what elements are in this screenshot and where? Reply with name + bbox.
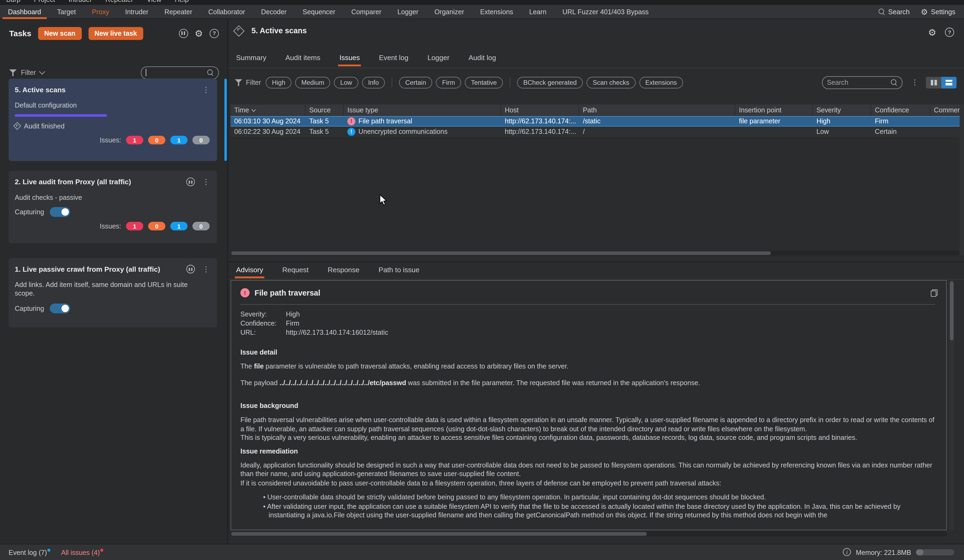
- filter-extensions[interactable]: Extensions: [639, 76, 683, 88]
- col-issue-type[interactable]: Issue type: [344, 104, 501, 116]
- capturing-toggle[interactable]: [50, 304, 70, 313]
- tasks-filter-label[interactable]: Filter: [21, 69, 36, 76]
- high-issues-badge[interactable]: 1: [126, 136, 143, 144]
- pause-task-button[interactable]: [186, 177, 195, 186]
- tab-extensions[interactable]: Extensions: [472, 5, 521, 19]
- cell-host: http://62.173.140.174:...: [501, 127, 579, 137]
- menu-project[interactable]: Project: [34, 0, 55, 3]
- pause-task-button[interactable]: [186, 265, 195, 273]
- tasks-help-button[interactable]: ?: [210, 29, 219, 38]
- settings-button[interactable]: ⚙ Settings: [921, 8, 956, 16]
- tab-dashboard[interactable]: Dashboard: [0, 5, 49, 19]
- task-card-live-audit[interactable]: 2. Live audit from Proxy (all traffic) ⋮…: [8, 171, 217, 243]
- issue-row-unencrypted-communications[interactable]: 06:02:22 30 Aug 2024 Task 5 !Unencrypted…: [231, 127, 960, 137]
- col-severity[interactable]: Severity: [813, 104, 871, 116]
- low-issues-badge[interactable]: 1: [170, 136, 187, 144]
- filter-low[interactable]: Low: [334, 76, 358, 88]
- col-insertion-point[interactable]: Insertion point: [735, 104, 813, 116]
- cell-time: 06:02:22 30 Aug 2024: [231, 127, 305, 137]
- tasks-settings-icon[interactable]: ⚙: [195, 29, 203, 38]
- info-issues-badge[interactable]: 0: [192, 136, 210, 144]
- pause-all-tasks-button[interactable]: [179, 29, 188, 38]
- kebab-menu-icon[interactable]: ⋮: [202, 178, 210, 185]
- tab-path-to-issue[interactable]: Path to issue: [377, 266, 420, 278]
- tab-issues[interactable]: Issues: [338, 54, 361, 67]
- info-issues-badge[interactable]: 0: [192, 222, 210, 230]
- tab-audit-log[interactable]: Audit log: [467, 54, 497, 67]
- issue-detail-paragraph: The payload ../../../../../../../../../.…: [241, 378, 935, 387]
- medium-issues-badge[interactable]: 0: [148, 136, 165, 144]
- tab-response[interactable]: Response: [326, 266, 361, 278]
- issues-search-input[interactable]: Search: [822, 76, 902, 89]
- tab-audit-items[interactable]: Audit items: [284, 54, 321, 67]
- tab-event-log[interactable]: Event log: [378, 54, 410, 67]
- tab-decoder[interactable]: Decoder: [253, 5, 295, 19]
- tasks-search-input[interactable]: [141, 66, 219, 79]
- high-issues-badge[interactable]: 1: [126, 222, 143, 230]
- table-horizontal-scrollbar[interactable]: [231, 251, 960, 256]
- filter-info[interactable]: Info: [362, 76, 385, 88]
- col-time[interactable]: Time: [231, 104, 305, 116]
- tab-summary[interactable]: Summary: [235, 54, 267, 67]
- all-issues-button[interactable]: All issues (4): [61, 549, 103, 556]
- tab-proxy[interactable]: Proxy: [84, 5, 117, 19]
- tab-request[interactable]: Request: [281, 266, 310, 278]
- back-to-tasks-icon[interactable]: [233, 25, 244, 36]
- new-scan-button[interactable]: New scan: [38, 27, 81, 40]
- tab-sequencer[interactable]: Sequencer: [295, 5, 343, 19]
- filter-firm[interactable]: Firm: [436, 76, 461, 88]
- medium-issues-badge[interactable]: 0: [148, 222, 165, 230]
- col-path[interactable]: Path: [579, 104, 735, 116]
- low-issues-badge[interactable]: 1: [170, 222, 187, 230]
- filter-scan-checks[interactable]: Scan checks: [587, 76, 635, 88]
- menu-help[interactable]: Help: [175, 0, 189, 3]
- scan-title: 5. Active scans: [251, 26, 307, 35]
- table-vertical-scrollbar[interactable]: [960, 104, 964, 256]
- global-search-button[interactable]: Search: [878, 8, 910, 15]
- advisory-horizontal-scrollbar[interactable]: [231, 531, 947, 536]
- col-confidence[interactable]: Confidence: [871, 104, 930, 116]
- menu-view[interactable]: View: [147, 0, 161, 3]
- issue-row-file-path-traversal[interactable]: 06:03:10 30 Aug 2024 Task 5 !File path t…: [231, 116, 960, 127]
- stacked-view-button[interactable]: [941, 76, 956, 88]
- event-log-button[interactable]: Event log (7): [8, 549, 50, 556]
- advisory-vertical-scrollbar[interactable]: [949, 280, 954, 530]
- capturing-toggle[interactable]: [50, 207, 70, 217]
- tab-learn[interactable]: Learn: [521, 5, 554, 19]
- tab-logger[interactable]: Logger: [389, 5, 427, 19]
- tab-intruder[interactable]: Intruder: [117, 5, 156, 19]
- col-comment[interactable]: Comment: [930, 104, 960, 116]
- scan-help-button[interactable]: ?: [945, 28, 954, 37]
- confidence-value: Firm: [286, 320, 935, 327]
- tab-target[interactable]: Target: [49, 5, 84, 19]
- split-view-button[interactable]: [926, 76, 941, 88]
- filter-high[interactable]: High: [266, 76, 291, 88]
- filter-certain[interactable]: Certain: [399, 76, 432, 88]
- filter-bcheck-generated[interactable]: BCheck generated: [517, 76, 583, 88]
- menu-repeater[interactable]: Repeater: [106, 0, 134, 3]
- issue-detail-paragraph: The file parameter is vulnerable to path…: [241, 362, 935, 371]
- tab-logger[interactable]: Logger: [426, 54, 451, 67]
- tab-repeater[interactable]: Repeater: [156, 5, 200, 19]
- task-card-active-scans[interactable]: 5. Active scans ⋮ Default configuration …: [8, 79, 217, 161]
- kebab-menu-icon[interactable]: ⋮: [202, 86, 210, 93]
- tab-collaborator[interactable]: Collaborator: [200, 5, 253, 19]
- cell-insertion-point: [735, 127, 813, 137]
- col-host[interactable]: Host: [501, 104, 579, 116]
- menu-burp[interactable]: Burp: [6, 0, 20, 3]
- tab-comparer[interactable]: Comparer: [343, 5, 389, 19]
- kebab-menu-icon[interactable]: ⋮: [911, 79, 918, 86]
- new-live-task-button[interactable]: New live task: [88, 27, 143, 40]
- kebab-menu-icon[interactable]: ⋮: [202, 266, 210, 273]
- filter-tentative[interactable]: Tentative: [465, 76, 503, 88]
- task-card-live-passive-crawl[interactable]: 1. Live passive crawl from Proxy (all tr…: [8, 258, 217, 328]
- scan-settings-icon[interactable]: ⚙: [928, 28, 936, 37]
- tab-url-fuzzer[interactable]: URL Fuzzer 401/403 Bypass: [554, 5, 657, 19]
- tab-organizer[interactable]: Organizer: [427, 5, 472, 19]
- filter-medium[interactable]: Medium: [295, 76, 331, 88]
- tasks-scrollbar-thumb[interactable]: [225, 79, 227, 161]
- col-source[interactable]: Source: [306, 104, 344, 116]
- menu-intruder[interactable]: Intruder: [68, 0, 92, 3]
- chevron-down-icon[interactable]: [39, 69, 46, 75]
- tab-advisory[interactable]: Advisory: [235, 266, 264, 278]
